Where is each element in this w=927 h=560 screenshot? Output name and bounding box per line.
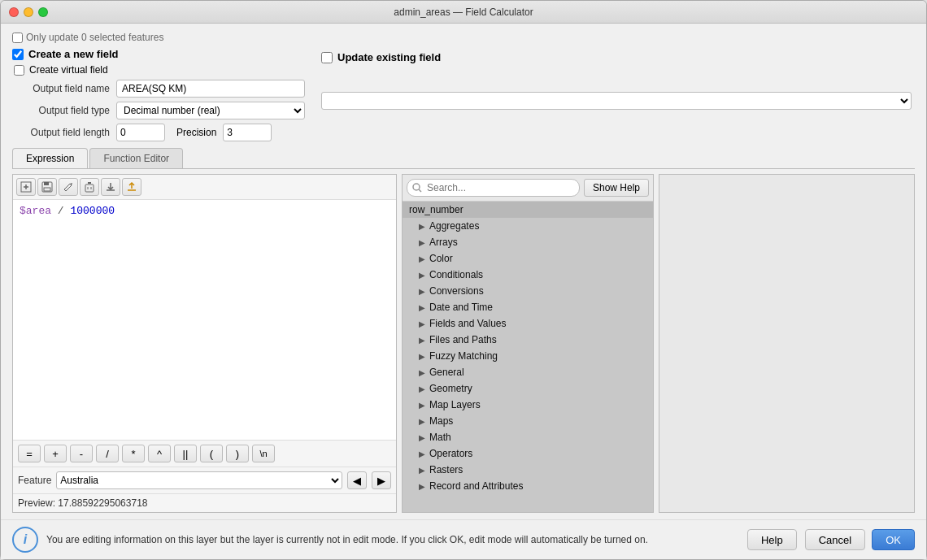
preview-label: Preview: <box>18 497 55 509</box>
output-field-name-input[interactable] <box>116 80 305 98</box>
import-expression-button[interactable] <box>101 178 120 196</box>
list-item-aggregates[interactable]: ▶ Aggregates <box>403 218 653 234</box>
list-item-record-and-attributes[interactable]: ▶ Record and Attributes <box>403 478 653 494</box>
expand-arrow: ▶ <box>419 319 425 328</box>
show-help-button[interactable]: Show Help <box>584 179 649 197</box>
update-existing-field-row: Update existing field <box>321 48 915 63</box>
info-message: You are editing information on this laye… <box>46 534 739 545</box>
precision-label: Precision <box>176 127 216 138</box>
content-area: Only update 0 selected features Create a… <box>1 24 926 519</box>
update-existing-field-checkbox[interactable] <box>321 52 333 63</box>
virtual-field-row: Create virtual field <box>14 64 305 76</box>
expand-arrow: ▶ <box>419 238 425 247</box>
function-list-panel: Show Help row_number ▶ Aggregates ▶ Arra… <box>402 174 654 513</box>
tab-expression[interactable]: Expression <box>12 148 88 168</box>
virtual-field-checkbox[interactable] <box>14 65 24 76</box>
list-item-fuzzy-matching[interactable]: ▶ Fuzzy Matching <box>403 348 653 364</box>
list-item-math[interactable]: ▶ Math <box>403 429 653 445</box>
list-item-arrays[interactable]: ▶ Arrays <box>403 234 653 250</box>
expand-arrow: ▶ <box>419 401 425 410</box>
form-section: Create a new field Create virtual field … <box>12 48 915 141</box>
output-field-type-select[interactable]: Decimal number (real) <box>116 102 305 119</box>
op-multiply[interactable]: * <box>122 445 145 462</box>
tabs-row: Expression Function Editor <box>12 148 915 169</box>
output-field-type-row: Output field type Decimal number (real) <box>12 102 305 119</box>
output-field-length-label: Output field length <box>12 127 110 138</box>
list-item-general[interactable]: ▶ General <box>403 364 653 380</box>
info-icon: i <box>12 527 38 553</box>
expand-arrow: ▶ <box>419 384 425 393</box>
right-form: Update existing field <box>321 48 915 141</box>
list-item-color[interactable]: ▶ Color <box>403 250 653 267</box>
list-item-fields-and-values[interactable]: ▶ Fields and Values <box>403 315 653 332</box>
list-item-files-and-paths[interactable]: ▶ Files and Paths <box>403 332 653 348</box>
create-new-field-row: Create a new field <box>12 48 305 60</box>
op-close-paren[interactable]: ) <box>226 445 249 462</box>
expand-arrow: ▶ <box>419 222 425 231</box>
edit-expression-button[interactable] <box>59 178 78 196</box>
op-caret[interactable]: ^ <box>148 445 171 462</box>
close-button[interactable] <box>9 7 19 17</box>
expression-var: $area <box>20 205 51 217</box>
op-plus[interactable]: + <box>44 445 67 462</box>
tab-function-editor[interactable]: Function Editor <box>89 148 183 168</box>
list-item-conversions[interactable]: ▶ Conversions <box>403 283 653 299</box>
op-concat[interactable]: || <box>174 445 197 462</box>
op-minus[interactable]: - <box>70 445 93 462</box>
only-update-row: Only update 0 selected features <box>12 32 915 43</box>
export-expression-button[interactable] <box>122 178 141 196</box>
operators-row: = + - / * ^ || ( ) \n <box>13 440 396 467</box>
preview-row: Preview: 17.88592295063718 <box>13 493 396 512</box>
expression-editor[interactable]: $area / 1000000 <box>13 200 396 440</box>
existing-field-select[interactable] <box>321 92 912 110</box>
expand-arrow: ▶ <box>419 482 425 491</box>
only-update-checkbox[interactable] <box>12 33 23 43</box>
svg-rect-4 <box>44 182 49 185</box>
preview-value: 17.88592295063718 <box>58 497 147 509</box>
ok-button[interactable]: OK <box>872 529 915 550</box>
cancel-button[interactable]: Cancel <box>805 529 865 550</box>
expand-arrow: ▶ <box>419 417 425 426</box>
precision-input[interactable] <box>223 124 272 141</box>
output-field-type-label: Output field type <box>12 105 110 116</box>
list-item-conditionals[interactable]: ▶ Conditionals <box>403 267 653 283</box>
list-item-map-layers[interactable]: ▶ Map Layers <box>403 397 653 413</box>
output-field-name-row: Output field name <box>12 80 305 98</box>
feature-select[interactable]: Australia <box>56 471 342 489</box>
op-open-paren[interactable]: ( <box>200 445 223 462</box>
list-item-rasters[interactable]: ▶ Rasters <box>403 462 653 478</box>
expand-arrow: ▶ <box>419 287 425 296</box>
output-field-length-input[interactable] <box>116 124 165 141</box>
list-item-geometry[interactable]: ▶ Geometry <box>403 380 653 397</box>
list-item-row-number[interactable]: row_number <box>403 202 653 218</box>
expand-arrow: ▶ <box>419 303 425 312</box>
left-form: Create a new field Create virtual field … <box>12 48 305 141</box>
expression-operator: / <box>51 205 70 217</box>
minimize-button[interactable] <box>24 7 33 17</box>
help-button[interactable]: Help <box>747 529 797 550</box>
prev-feature-button[interactable]: ◀ <box>347 471 367 489</box>
list-item-maps[interactable]: ▶ Maps <box>403 413 653 429</box>
create-new-field-checkbox[interactable] <box>12 49 24 60</box>
main-area: $area / 1000000 = + - / * ^ || ( ) \n <box>12 174 915 513</box>
svg-rect-5 <box>44 188 50 191</box>
maximize-button[interactable] <box>38 7 48 17</box>
titlebar-buttons <box>9 7 48 17</box>
save-expression-button[interactable] <box>37 178 57 196</box>
next-feature-button[interactable]: ▶ <box>372 471 391 489</box>
list-item-operators[interactable]: ▶ Operators <box>403 445 653 462</box>
expression-toolbar <box>13 175 396 200</box>
action-buttons: Cancel OK <box>805 529 915 550</box>
list-item-date-and-time[interactable]: ▶ Date and Time <box>403 299 653 315</box>
op-equals[interactable]: = <box>18 445 41 462</box>
expand-arrow: ▶ <box>419 271 425 280</box>
create-new-field-label: Create a new field <box>28 48 119 60</box>
new-expression-button[interactable] <box>16 178 36 196</box>
expand-arrow: ▶ <box>419 352 425 361</box>
search-input[interactable] <box>407 179 580 197</box>
op-divide[interactable]: / <box>96 445 119 462</box>
op-newline[interactable]: \n <box>252 445 275 462</box>
output-field-name-label: Output field name <box>12 83 110 94</box>
only-update-checkbox-label[interactable]: Only update 0 selected features <box>12 32 163 43</box>
delete-expression-button[interactable] <box>80 178 99 196</box>
